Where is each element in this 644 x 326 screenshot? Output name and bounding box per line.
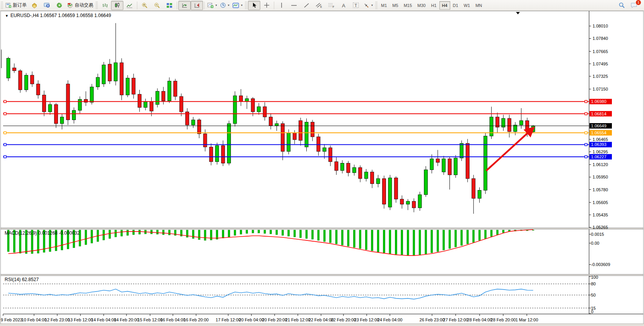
candle-chart-button[interactable] (111, 1, 123, 10)
time-axis-label: 20 Feb 20:00 (262, 317, 287, 322)
equidistant-channel-button[interactable]: E (313, 1, 325, 10)
time-axis-label: 20 Feb 04:00 (239, 317, 264, 322)
trendline-icon (304, 3, 309, 8)
price-tick-label: 1.05605 (593, 200, 608, 205)
search-button[interactable] (615, 1, 628, 10)
chart-shift-button[interactable] (191, 1, 203, 10)
auto-trading-icon (67, 2, 73, 8)
timeframe-button-mn[interactable]: MN (473, 1, 485, 10)
toolbar-separator (137, 2, 137, 9)
periods-clock-button[interactable]: ▾ (219, 1, 231, 10)
chart-shift-icon (194, 3, 200, 8)
hline-handle[interactable] (585, 132, 587, 134)
mt4-window: 新订单 (0, 0, 644, 326)
time-axis-label: 15 Feb 12:00 (138, 317, 163, 322)
timeframe-button-m5[interactable]: M5 (389, 1, 401, 10)
timeframe-button-h1[interactable]: H1 (428, 1, 439, 10)
auto-scroll-icon (182, 3, 188, 8)
price-tick-label: 1.05780 (593, 187, 608, 192)
templates-button[interactable]: ▾ (231, 1, 244, 10)
timeframe-button-m1[interactable]: M1 (378, 1, 389, 10)
hline-handle[interactable] (4, 143, 6, 146)
community-icon (44, 2, 50, 8)
add-indicator-icon (207, 2, 214, 8)
toolbar-separator (204, 2, 205, 9)
macd-indicator-title: MACD(12,26,9) 0.001268 -0.000032 (5, 230, 80, 236)
timeframe-button-d1[interactable]: D1 (450, 1, 461, 10)
chevron-down-icon: ▾ (371, 3, 373, 7)
bar-chart-button[interactable] (99, 1, 111, 10)
new-order-icon (5, 2, 11, 8)
auto-scroll-button[interactable] (178, 1, 191, 10)
candle-chart-icon (114, 2, 120, 8)
time-axis-label: 24 Feb 04:00 (378, 317, 403, 322)
chart-canvas[interactable]: 1.069801.068141.066491.065541.063931.062… (0, 0, 644, 326)
text-button[interactable]: A (337, 1, 350, 10)
text-label-icon: T (353, 2, 359, 8)
hline-handle[interactable] (585, 156, 587, 158)
macd-axis-label: 0.00 (591, 241, 599, 245)
time-axis-label: 12 Feb 23:00 (45, 317, 70, 322)
zoom-out-icon (154, 2, 160, 9)
news-button[interactable] (53, 1, 65, 10)
arrows-tool-button[interactable]: ▾ (362, 1, 374, 10)
time-axis-label: 21 Feb 12:00 (285, 317, 311, 322)
trendline-button[interactable] (300, 1, 313, 10)
price-tick-label: 1.05435 (593, 213, 608, 217)
crosshair-button[interactable] (260, 1, 273, 10)
svg-text:A: A (342, 3, 345, 8)
fibonacci-button[interactable]: F (325, 1, 337, 10)
chart-dropdown-icon[interactable]: ▼ (5, 14, 9, 18)
timeframe-button-w1[interactable]: W1 (461, 1, 473, 10)
text-icon: A (341, 3, 346, 8)
toolbar-grip (375, 2, 378, 9)
chart-title: ▼EURUSD-,H4 1.06567 1.06659 1.06558 1.06… (5, 13, 111, 18)
line-chart-button[interactable] (123, 1, 136, 10)
price-tick-label: 1.08010 (593, 24, 608, 28)
fibonacci-icon: F (328, 2, 335, 8)
hline-handle[interactable] (585, 143, 587, 146)
price-line-badge: 1.06393 (591, 142, 606, 147)
hline-handle[interactable] (4, 156, 6, 158)
hline-handle[interactable] (4, 132, 6, 134)
svg-text:T: T (355, 3, 357, 8)
auto-trading-button[interactable]: 自动交易 (65, 1, 95, 10)
timeframe-button-m15[interactable]: M15 (401, 1, 415, 10)
horizontal-line-button[interactable] (288, 1, 300, 10)
text-label-button[interactable]: T (350, 1, 362, 10)
accounts-button[interactable] (28, 1, 41, 10)
timeframe-button-m30[interactable]: M30 (415, 1, 428, 10)
vertical-line-button[interactable] (275, 1, 288, 10)
hline-handle[interactable] (585, 113, 587, 115)
timeframe-button-h4[interactable]: H4 (439, 1, 450, 10)
toolbar-grip (1, 2, 3, 9)
add-indicator-button[interactable]: ▾ (206, 1, 219, 10)
accounts-icon (31, 3, 38, 8)
zoom-out-button[interactable] (151, 1, 163, 10)
time-axis-label: 23 Feb 12:00 (354, 317, 379, 322)
tile-windows-icon (166, 3, 173, 8)
time-axis-label: 14 Feb 20:00 (114, 317, 139, 322)
community-button[interactable] (41, 1, 53, 10)
line-chart-icon (126, 3, 133, 8)
new-order-button[interactable]: 新订单 (4, 1, 28, 10)
time-axis-label: 9 Feb 2023 (1, 317, 22, 322)
time-axis-label: 1 Mar 12:00 (516, 317, 538, 322)
zoom-in-button[interactable] (138, 1, 151, 10)
toolbar-grip (245, 2, 247, 9)
hline-handle[interactable] (4, 113, 6, 115)
news-icon (56, 2, 62, 8)
rsi-indicator-title: RSI(14) 62.8527 (5, 277, 39, 282)
price-tick-label: 1.05950 (593, 175, 608, 179)
price-line-badge: 1.06649 (591, 124, 606, 128)
notifications-button[interactable]: 1 (628, 1, 640, 10)
rsi-axis-label: 80 (591, 281, 596, 286)
hline-handle[interactable] (4, 100, 6, 103)
time-axis-label: 16 Feb 20:00 (184, 317, 209, 322)
price-tick-label: 1.07150 (593, 87, 608, 91)
chart-ohlc-readout: EURUSD-,H4 1.06567 1.06659 1.06558 1.066… (10, 13, 111, 18)
time-axis-label: 10 Feb 04:00 (22, 317, 47, 322)
cursor-button[interactable] (248, 1, 260, 10)
hline-handle[interactable] (585, 100, 587, 103)
tile-windows-button[interactable] (163, 1, 176, 10)
